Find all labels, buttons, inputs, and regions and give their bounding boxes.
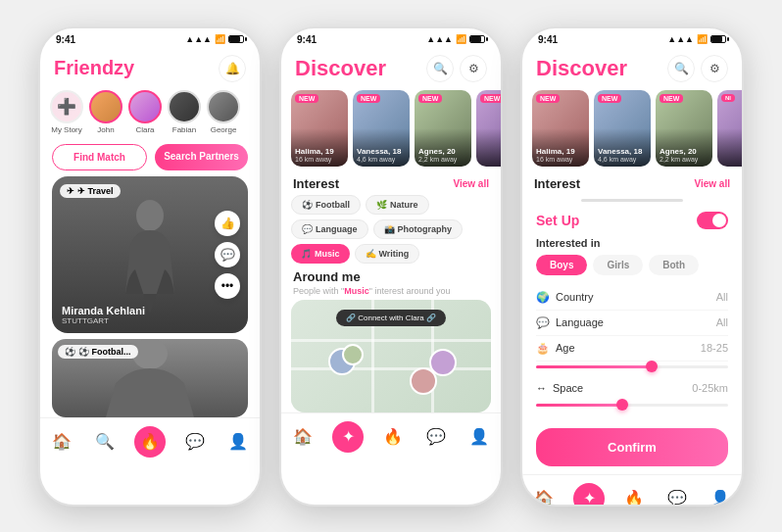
interests-grid-2: ⚽Football 🌿Nature 💬Language 📸Photography… [281,195,501,264]
nav-fire-2[interactable]: 🔥 [379,423,407,451]
profile-card-1[interactable]: NEW Vanessa, 18 4,6 km away [353,90,410,167]
map-pin-4 [342,344,364,365]
language-icon: 💬 [536,316,550,329]
gender-both[interactable]: Both [649,255,699,275]
notification-icon[interactable]: 🔔 [219,55,246,82]
globe-icon: 🌍 [536,291,550,304]
interest-label-3: Interest [534,176,580,191]
chip-football[interactable]: ⚽Football [291,195,361,215]
age-slider[interactable] [536,362,728,376]
card-stack: ✈✈ Travel 👍 💬 ••• Miranda Kehlani STUTTG… [40,176,260,417]
nav-home-3[interactable]: 🏠 [530,485,558,505]
bottom-nav-3: 🏠 ✦ 🔥 💬 👤 [522,474,742,505]
story-clara[interactable]: Clara [128,90,162,134]
gender-boys[interactable]: Boys [536,255,587,275]
gender-girls[interactable]: Girls [593,255,643,275]
story-name-0: My Story [51,125,82,134]
profile-card-3-3[interactable]: NI [717,90,742,167]
nav-profile[interactable]: 👤 [224,428,252,456]
chip-music[interactable]: 🎵Music [291,244,350,264]
setup-row-language: 💬 Language All [536,311,728,336]
nav-profile-3[interactable]: 👤 [707,485,734,505]
profile-card-3-2[interactable]: NEW Agnes, 20 2,2 km away [656,90,712,167]
header-icons-3: 🔍 ⚙ [667,55,728,82]
nav-discover-active-3[interactable]: ✦ [573,483,605,505]
new-badge-1: NEW [357,94,380,103]
profile-info-1: Vanessa, 18 4,6 km away [357,147,401,163]
gender-tabs: Boys Girls Both [536,255,728,275]
phone-discover-2: 9:41 ▲▲▲ 📶 Discover 🔍 ⚙ NEW Halima, 19 1… [520,26,744,507]
chip-writing[interactable]: ✍Writing [355,244,420,264]
age-icon: 🎂 [536,342,550,355]
profile-card-3-0[interactable]: NEW Halima, 19 16 km away [532,90,589,167]
story-name-4: George [211,125,237,134]
profile-card-3-1[interactable]: NEW Vanessa, 18 4,6 km away [594,90,651,167]
story-fabian[interactable]: Fabian [168,90,201,134]
space-slider[interactable] [536,400,728,414]
nav-home-2[interactable]: 🏠 [289,423,317,451]
search-partners-button[interactable]: Search Partners [155,144,248,170]
filter-icon-btn-3[interactable]: ⚙ [701,55,728,82]
profile-card-0[interactable]: NEW Halima, 19 16 km away [291,90,348,167]
like-button[interactable]: 👍 [215,211,240,236]
setup-toggle[interactable] [697,212,728,229]
screen-3: Discover 🔍 ⚙ NEW Halima, 19 16 km away N… [522,47,742,505]
chip-nature[interactable]: 🌿Nature [366,195,429,215]
filter-icon-btn[interactable]: ⚙ [460,55,487,82]
main-profile-card[interactable]: ✈✈ Travel 👍 💬 ••• Miranda Kehlani STUTTG… [52,176,248,333]
discover-header-2: Discover 🔍 ⚙ [281,47,501,86]
setup-section: Set Up Interested in Boys Girls Both 🌍 C… [522,206,742,420]
nav-discover-active[interactable]: ✦ [332,421,364,453]
interest-label-2: Interest [293,176,339,191]
space-label-row: ↔ Space [536,382,583,394]
setup-row-age: 🎂 Age 18-25 [536,336,728,362]
setup-row-space: ↔ Space 0-25km [536,376,728,400]
profile-card-3[interactable]: NEW [476,90,501,167]
phone-discover-1: 9:41 ▲▲▲ 📶 Discover 🔍 ⚙ NEW Halima, 19 1… [279,26,503,507]
country-label-row: 🌍 Country [536,291,594,304]
chip-photography[interactable]: 📸Photography [373,219,464,239]
discover-title-2: Discover [295,56,386,81]
message-button[interactable]: 💬 [215,242,240,267]
age-label-row: 🎂 Age [536,342,575,355]
story-my[interactable]: ➕ My Story [50,90,83,134]
view-all-2[interactable]: View all [453,178,489,189]
story-george[interactable]: George [207,90,240,134]
view-all-3[interactable]: View all [694,178,730,189]
nav-profile-2[interactable]: 👤 [465,423,493,451]
nav-fire[interactable]: 🔥 [134,426,166,458]
interest-section-header-2: Interest View all [281,170,501,195]
music-keyword: Music [344,286,369,296]
map-background: 🔗 Connect with Clara 🔗 [291,300,491,412]
confirm-button[interactable]: Confirm [536,428,728,466]
time-2: 9:41 [297,34,317,45]
status-bar-3: 9:41 ▲▲▲ 📶 [522,28,742,47]
discover-title-3: Discover [536,56,627,81]
nav-chat[interactable]: 💬 [181,428,209,456]
search-icon-btn-3[interactable]: 🔍 [667,55,695,82]
time-1: 9:41 [56,34,75,45]
setup-title: Set Up [536,213,579,228]
map-pin-3 [410,367,437,395]
profile-card-2[interactable]: NEW Agnes, 20 2,2 km away [415,90,471,167]
chip-language[interactable]: 💬Language [291,219,368,239]
phone-friendzy: 9:41 ▲▲▲ 📶 Friendzy 🔔 ➕ My Story John Cl… [38,26,262,507]
search-icon-btn[interactable]: 🔍 [426,55,454,82]
nav-chat-3[interactable]: 💬 [663,485,691,505]
status-bar-2: 9:41 ▲▲▲ 📶 [281,28,501,47]
interested-in-label: Interested in [536,237,728,249]
country-value: All [716,291,728,303]
discover-header-3: Discover 🔍 ⚙ [522,47,742,86]
secondary-profile-card[interactable]: ⚽⚽ Footbal... [52,339,248,417]
connect-clara-button[interactable]: 🔗 Connect with Clara 🔗 [336,310,446,326]
map-container: 🔗 Connect with Clara 🔗 [291,300,491,412]
nav-fire-3[interactable]: 🔥 [620,485,648,505]
nav-explore[interactable]: 🔍 [91,428,119,456]
more-button[interactable]: ••• [215,273,240,299]
nav-home[interactable]: 🏠 [48,428,75,456]
wifi-icon: 📶 [215,34,225,44]
nav-chat-2[interactable]: 💬 [422,423,450,451]
story-john[interactable]: John [89,90,122,134]
bottom-nav-1: 🏠 🔍 🔥 💬 👤 [40,417,260,467]
find-match-button[interactable]: Find Match [52,144,147,170]
